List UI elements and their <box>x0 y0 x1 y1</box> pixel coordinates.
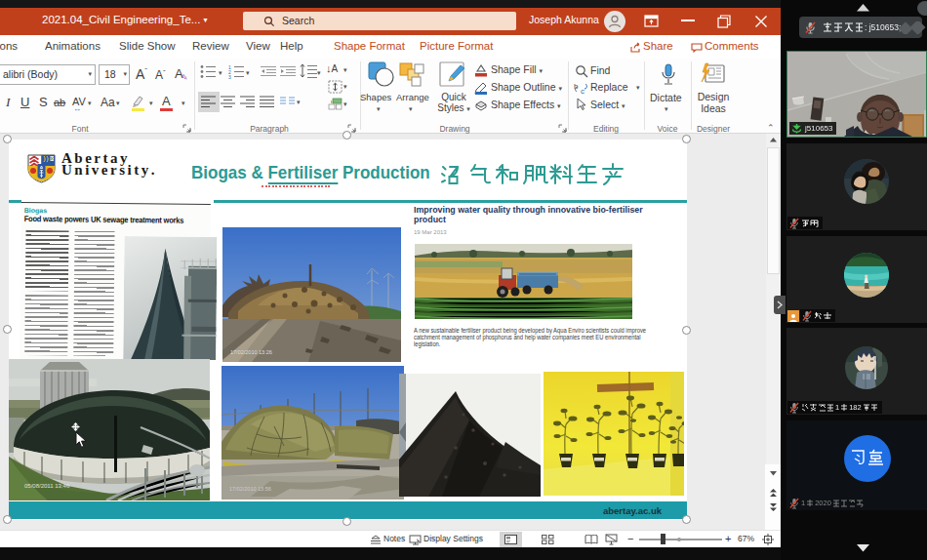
svg-text:3: 3 <box>228 74 231 80</box>
svg-text:17/02/2010 13:26: 17/02/2010 13:26 <box>230 349 272 355</box>
svg-text:b: b <box>574 82 579 91</box>
svg-text:17/02/2010 13:56: 17/02/2010 13:56 <box>229 486 271 492</box>
svg-text:c: c <box>581 87 584 95</box>
svg-text:05/08/2011 13:46: 05/08/2011 13:46 <box>24 483 70 489</box>
